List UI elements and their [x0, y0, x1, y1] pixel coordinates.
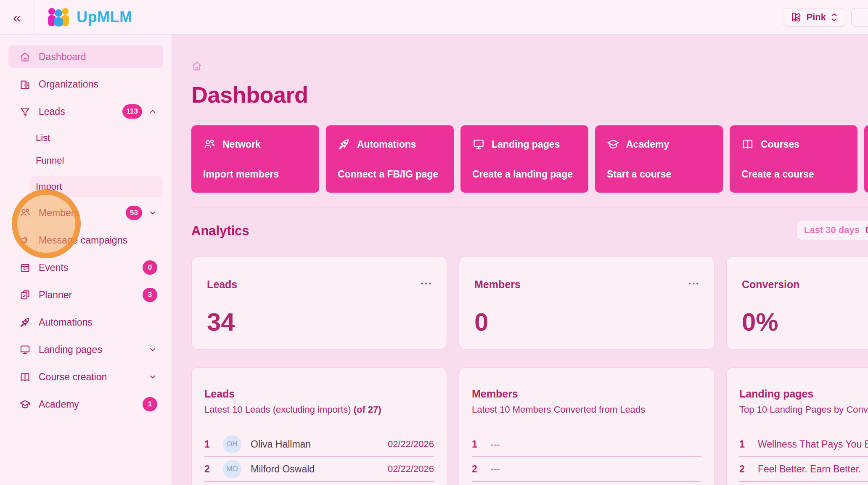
members-count-badge: 53 — [126, 206, 142, 220]
card-subtitle: Latest 10 Leads (excluding imports) (of … — [204, 404, 434, 415]
sidebar-item-dashboard[interactable]: Dashboard — [8, 45, 163, 68]
lead-name: Milford Oswald — [251, 464, 315, 475]
sidebar-item-leads[interactable]: Leads 113 — [8, 100, 163, 123]
sidebar-item-automations[interactable]: Automations — [8, 311, 163, 334]
rocket-icon — [338, 138, 350, 151]
sidebar-item-label: Planner — [39, 289, 72, 301]
card-subtitle: Latest 10 Members Converted from Leads — [472, 404, 701, 415]
chevron-up-icon — [148, 107, 157, 116]
member-row[interactable]: 1 --- — [472, 432, 701, 456]
sidebar-item-organizations[interactable]: Organizations — [8, 73, 163, 95]
graduation-cap-icon — [607, 138, 619, 151]
lead-date: 02/22/2026 — [388, 439, 434, 450]
quick-action-title: Landing pages — [492, 139, 560, 150]
stat-title: Conversion — [742, 278, 868, 291]
sidebar-item-academy[interactable]: Academy 1 — [8, 393, 163, 416]
planner-count-badge: 3 — [143, 288, 157, 302]
quick-action-title: Network — [222, 139, 261, 150]
academy-count-badge: 1 — [143, 397, 157, 411]
chevron-down-icon — [148, 208, 157, 217]
quick-action-subtitle: Import members — [203, 169, 307, 180]
funnel-icon — [19, 106, 31, 117]
sidebar-item-label: Landing pages — [39, 344, 102, 355]
chevron-down-icon — [148, 345, 157, 354]
people-icon — [203, 138, 216, 151]
card-title: Landing pages — [739, 388, 868, 400]
ellipsis-menu-icon[interactable]: ... — [688, 274, 700, 287]
analytics-header: Analytics Last 30 days 01/2 — [191, 221, 868, 241]
avatar: OH — [223, 435, 241, 453]
brand-logo[interactable]: UpMLM — [46, 8, 132, 27]
quick-action-clipped[interactable] — [864, 125, 868, 193]
member-name: --- — [490, 464, 500, 475]
shell: Dashboard Organizations Leads 113 List — [0, 34, 868, 485]
sidebar-item-planner[interactable]: Planner 3 — [8, 284, 163, 306]
stat-title: Leads — [207, 278, 431, 291]
sidebar-subitem-leads-list[interactable]: List — [8, 127, 163, 148]
sidebar-item-label: Automations — [39, 317, 93, 328]
card-subtitle: Top 10 Landing Pages by Conversion — [739, 404, 868, 415]
avatar: MO — [223, 460, 241, 478]
megaphone-icon — [19, 235, 31, 246]
monitor-icon — [472, 138, 485, 151]
topbar-right-group: Pink — [783, 8, 868, 27]
quick-action-courses[interactable]: Courses Create a course — [730, 125, 857, 193]
home-icon — [19, 51, 31, 63]
card-title: Leads — [204, 388, 434, 400]
sidebar-subitem-label: Import — [36, 181, 62, 192]
sidebar-item-label: Organizations — [39, 79, 98, 90]
quick-action-landing-pages[interactable]: Landing pages Create a landing page — [460, 125, 588, 193]
sidebar-subitem-leads-import[interactable]: Import — [29, 176, 163, 197]
row-divider — [204, 481, 434, 482]
stat-value: 0% — [742, 307, 868, 337]
ellipsis-menu-icon[interactable]: ... — [421, 274, 432, 287]
quick-action-automations[interactable]: Automations Connect a FB/IG page — [326, 125, 454, 193]
sidebar-item-events[interactable]: Events 0 — [8, 256, 163, 279]
quick-actions-row: Network Import members Automations Conne… — [191, 125, 868, 193]
stat-card-members: Members ... 0 — [459, 256, 715, 350]
period-selector[interactable]: Last 30 days 01/2 — [796, 220, 868, 240]
breadcrumb-home-icon[interactable] — [191, 61, 202, 72]
topbar: « UpMLM Pink — [0, 0, 868, 34]
quick-action-network[interactable]: Network Import members — [191, 125, 319, 193]
member-name: --- — [490, 439, 500, 450]
people-logo-icon — [46, 8, 71, 27]
sidebar-item-message-campaigns[interactable]: Message campaigns — [8, 229, 163, 252]
lead-date: 02/22/2026 — [388, 464, 434, 474]
landing-page-row[interactable]: 1 Wellness That Pays You Back — [739, 432, 868, 456]
landing-pages-list-card: Landing pages Top 10 Landing Pages by Co… — [726, 367, 868, 485]
analytics-heading: Analytics — [191, 223, 249, 239]
quick-action-academy[interactable]: Academy Start a course — [595, 125, 723, 193]
rocket-icon — [19, 317, 31, 328]
sidebar-collapse-button[interactable]: « — [0, 0, 34, 34]
sidebar-item-members[interactable]: Members 53 — [8, 201, 163, 224]
sidebar-item-course-creation[interactable]: Course creation — [8, 366, 163, 388]
quick-action-title: Courses — [761, 139, 799, 150]
section-divider — [191, 207, 868, 207]
row-divider — [739, 481, 868, 482]
stat-title: Members — [474, 278, 699, 291]
stat-value: 0 — [474, 307, 699, 337]
theme-selector-button[interactable]: Pink — [783, 8, 845, 27]
main-area: Dashboard Network Import members Autom — [172, 34, 868, 485]
period-value: 01/2 — [865, 225, 868, 236]
card-title: Members — [472, 388, 701, 400]
calendar-icon — [19, 262, 31, 273]
app-window: « UpMLM Pink — [0, 0, 868, 485]
sidebar-item-label: Message campaigns — [39, 235, 127, 246]
member-row[interactable]: 2 --- — [472, 457, 701, 481]
lead-row[interactable]: 2 MO Milford Oswald 02/22/2026 — [204, 457, 434, 481]
chevron-up-down-icon — [831, 13, 837, 21]
lead-name: Oliva Hallman — [251, 439, 311, 450]
lead-row[interactable]: 1 OH Oliva Hallman 02/22/2026 — [204, 432, 434, 456]
sidebar-subitem-leads-funnel[interactable]: Funnel — [8, 150, 163, 171]
landing-page-row[interactable]: 2 Feel Better. Earn Better. — [739, 457, 868, 481]
quick-action-subtitle: Connect a FB/IG page — [338, 169, 442, 180]
theme-selector-value: Pink — [807, 12, 826, 23]
graduation-cap-icon — [19, 399, 31, 410]
leads-count-badge: 113 — [122, 104, 142, 119]
clipboard-check-icon — [19, 289, 31, 301]
clipped-toolbar-button[interactable] — [851, 8, 868, 27]
monitor-icon — [19, 344, 31, 355]
sidebar-item-landing-pages[interactable]: Landing pages — [8, 338, 163, 361]
